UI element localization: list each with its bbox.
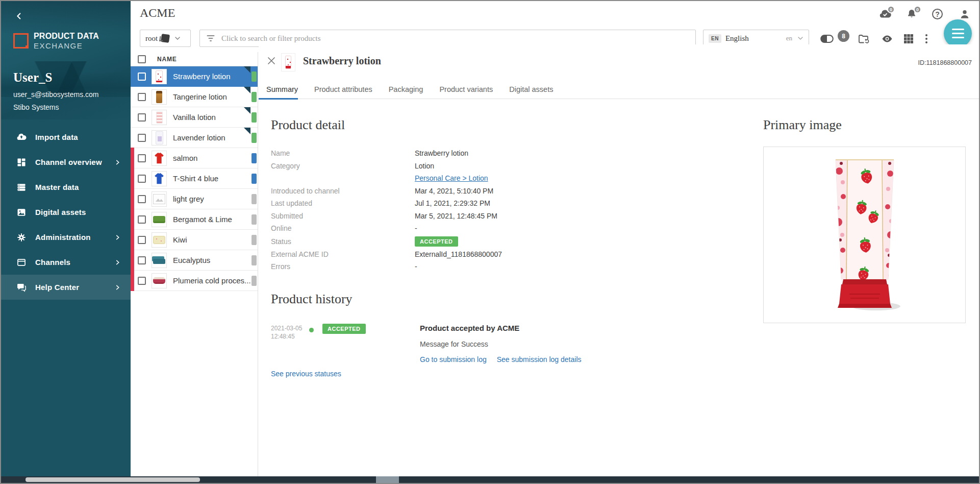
go-to-submission-log-link[interactable]: Go to submission log [420,355,487,364]
field-row: Introduced to channel Mar 4, 2021, 5:10:… [271,185,771,198]
product-row-eucalyptus[interactable]: Eucalyptus [131,250,258,271]
submissions-button[interactable]: 0 [879,8,891,20]
sidebar-item-master-data[interactable]: Master data [1,175,131,200]
close-icon [267,59,276,67]
product-row-plumeria[interactable]: Plumeria cold proces... [131,271,258,291]
category-node-icon [161,34,170,43]
product-thumbnail [152,273,167,288]
field-row: Personal Care > Lotion [271,172,771,185]
hamburger-icon [952,29,964,30]
see-previous-statuses-link[interactable]: See previous statuses [271,370,341,378]
product-row-light-grey[interactable]: light grey [131,189,258,209]
tab-packaging[interactable]: Packaging [389,80,423,99]
row-checkbox[interactable] [138,134,146,142]
app-logo: PRODUCT DATA EXCHANGE [13,32,99,50]
field-value: Mar 4, 2021, 5:10:40 PM [415,187,493,195]
row-checkbox[interactable] [138,72,146,81]
product-row-strawberry-lotion[interactable]: Strawberry lotion [131,66,258,87]
help-button[interactable]: ? [932,8,944,20]
history-message: Message for Success [420,340,582,348]
language-label: English [725,34,749,43]
pending-count-badge: 8 [838,30,849,42]
status-bar-gray [252,194,257,204]
scope-dropdown[interactable]: root [140,30,191,47]
product-row-tshirt-4-blue[interactable]: T-Shirt 4 blue [131,168,258,189]
row-checkbox[interactable] [138,256,146,264]
sidebar-item-help-center[interactable]: Help Center [1,275,131,300]
switch-view-button[interactable] [820,33,834,45]
product-row-salmon[interactable]: salmon [131,148,258,168]
product-row-lavender-lotion[interactable]: Lavender lotion [131,128,258,148]
product-thumbnail [152,130,167,146]
product-detail-heading: Product detail [271,117,345,133]
tab-summary[interactable]: Summary [259,80,298,99]
folder-sync-button[interactable] [857,33,870,45]
field-row: Last updated Jul 1, 2021, 2:29:32 PM [271,197,771,210]
row-checkbox[interactable] [138,175,146,183]
chevron-down-icon [797,35,803,41]
detail-product-title: Strawberry lotion [303,55,381,67]
row-checkbox[interactable] [138,195,146,203]
category-path-link[interactable]: Personal Care > Lotion [415,174,488,182]
detail-product-thumbnail [281,53,295,71]
product-row-tangerine-lotion[interactable]: Tangerine lotion [131,87,258,107]
sidebar-item-administration[interactable]: Administration [1,225,131,250]
sidebar-menu: Import data Channel overview Master data [1,125,131,300]
product-name: Bergamot & Lime [173,215,232,224]
sidebar-item-import-data[interactable]: Import data [1,125,131,150]
row-checkbox[interactable] [138,236,146,244]
row-checkbox[interactable] [138,215,146,224]
switch-icon [820,33,834,45]
table-view-button[interactable] [902,33,915,45]
main-menu-button[interactable] [944,19,972,47]
field-row: External ACME ID ExternalId_118186880000… [271,248,771,261]
field-label: External ACME ID [271,250,415,258]
row-checkbox[interactable] [138,113,146,122]
notifications-button[interactable]: 0 [906,8,918,20]
tab-digital-assets[interactable]: Digital assets [509,80,553,99]
sidebar-item-channels[interactable]: Channels [1,250,131,275]
account-button[interactable] [959,8,971,20]
card-icon [16,257,27,268]
chevron-right-icon [115,234,120,240]
tab-product-attributes[interactable]: Product attributes [314,80,372,99]
scrollbar-thumb[interactable] [26,477,200,482]
product-row-bergamot-lime[interactable]: Bergamot & Lime [131,209,258,230]
image-placeholder-icon [153,194,165,204]
see-submission-log-details-link[interactable]: See submission log details [497,355,582,364]
status-bar-green [252,92,257,102]
close-detail-button[interactable] [266,56,277,67]
chat-icon [16,282,27,293]
product-row-vanilla-lotion[interactable]: Vanilla lotion [131,107,258,128]
gear-icon [16,232,27,243]
sidebar-item-channel-overview[interactable]: Channel overview [1,150,131,175]
preview-button[interactable] [881,33,894,45]
search-input[interactable] [221,34,689,43]
product-name: Kiwi [173,235,187,244]
row-checkbox[interactable] [138,154,146,162]
sidebar-item-label: Channel overview [35,158,102,166]
detail-tabs: Summary Product attributes Packaging Pro… [259,80,979,99]
filter-icon [207,35,215,42]
product-row-kiwi[interactable]: Kiwi [131,230,258,250]
sidebar-item-digital-assets[interactable]: Digital assets [1,200,131,225]
more-options-button[interactable] [923,33,930,45]
field-value: - [415,262,417,271]
row-checkbox[interactable] [138,277,146,285]
field-value: ExternalId_1181868800007 [415,250,502,258]
product-name: Strawberry lotion [173,72,231,81]
status-badge: ACCEPTED [415,236,458,247]
channel-title: ACME [140,6,175,20]
select-all-checkbox[interactable] [138,55,146,63]
tab-product-variants[interactable]: Product variants [439,80,493,99]
scope-label: root [145,34,158,43]
field-label: Category [271,162,415,170]
product-thumbnail [152,191,167,207]
question-mark-icon: ? [932,9,943,19]
product-name: T-Shirt 4 blue [173,174,218,183]
row-checkbox[interactable] [138,93,146,101]
sidebar-collapse-button[interactable] [12,10,26,23]
language-badge: EN [709,34,721,43]
horizontal-scrollbar[interactable] [1,476,979,483]
history-timestamp: 2021-03-05 12:48:45 [271,324,302,341]
